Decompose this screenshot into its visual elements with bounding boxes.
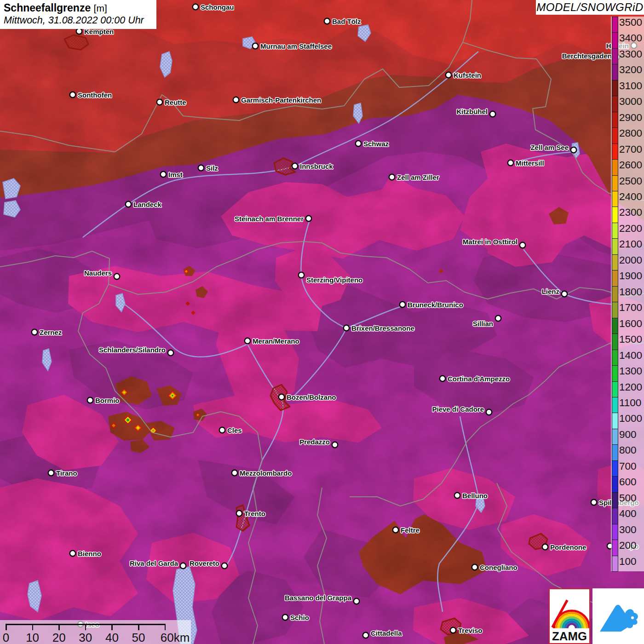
colorbar-swatch [612,112,618,128]
city-label: Berchtesgaden [562,52,612,60]
zamg-logo: ZAMG [549,588,590,644]
colorbar-swatch [612,17,618,33]
city-label: Cles [227,426,242,434]
city-marker: Meran/Merano [245,337,299,345]
city-dot [292,163,298,169]
city-label: Bienno [78,550,101,558]
city-dot [70,551,75,556]
city-dot [520,242,525,248]
colorbar-tick-label: 2100 [619,239,642,250]
city-label: Innsbruck [300,162,333,170]
city-marker: Brixen/Bressanone [344,324,414,332]
city-label: Trento [244,510,265,518]
colorbar-swatch [612,127,618,144]
model-label-panel: MODEL/SNOWGRiD [536,0,644,15]
city-marker: Reutte [157,98,186,106]
colorbar-swatch [612,80,618,96]
city-marker: Silz [198,164,218,172]
colorbar-tick-label: 1600 [619,319,642,329]
city-label: Imst [168,171,183,178]
colorbar-tick-label: 2800 [619,128,642,139]
colorbar-swatch [612,159,618,175]
city-marker: Bozen/Bolzano [279,393,336,401]
colorbar-swatch [612,238,618,254]
city-dot [126,201,131,207]
city-dot [157,99,162,105]
city-marker: Cortina d'Ampezzo [440,375,510,383]
city-dot [363,632,368,638]
city-label: Feltre [401,526,420,534]
colorbar-tick-label: 3500 [619,17,642,28]
city-dot [76,29,82,34]
city-dot [279,394,284,400]
city-marker: Bienno [70,550,101,558]
city-dot [32,329,37,335]
city-label: Zell am See [530,144,569,151]
colorbar-swatch [612,460,618,477]
city-label: Reutte [165,98,186,106]
city-label: Sterzing/Vipiteno [306,276,362,284]
scalebar-tick [6,624,7,630]
city-dot [446,72,451,78]
colorbar-tick-label: 2200 [619,224,642,234]
city-dot [400,302,405,307]
colorbar-tick-label: 3400 [619,33,642,44]
colorbar-tick-label: 900 [619,430,637,440]
city-label: Brixen/Bressanone [351,324,414,332]
city-dot [354,598,359,604]
city-dot [306,216,311,221]
city-dot [591,500,597,505]
colorbar-swatch [612,175,618,191]
city-dot [222,563,227,569]
city-label: Mittersill [516,159,544,167]
city-label: Cortina d'Ampezzo [448,375,510,383]
scalebar-tick [138,624,139,630]
colorbar-tick-label: 2500 [619,176,642,187]
city-marker: Bruneck/Brunico [400,301,463,309]
colorbar-swatch [612,144,618,160]
city-dot [344,325,349,331]
colorbar-swatch [612,556,618,572]
colorbar-tick-label: 1900 [619,271,642,282]
colorbar-swatch [612,492,618,508]
colorbar-swatch [612,32,618,48]
city-dot [332,442,338,448]
city-dot [472,564,477,570]
city-dot [440,376,445,381]
city-dot [48,470,54,476]
city-marker: Trento [236,510,265,518]
scalebar-label: 60km [155,631,196,644]
city-marker: Cles [219,426,242,434]
colorbar-swatch [612,540,618,556]
city-marker: Garmisch-Partenkirchen [233,96,321,104]
city-label: Steinach am Brenner [235,215,304,223]
colorbar-tick-label: 500 [619,493,637,504]
colorbar-swatch [612,350,618,366]
city-label: Mezzolombardo [240,469,292,477]
weather-map-screen: SchongauBad TölzKemptenMurnau am Staffel… [0,0,644,644]
colorbar-tick-label: 100 [619,557,637,567]
colorbar-swatch [612,334,618,350]
city-dot [168,350,173,356]
city-label: Landeck [133,201,162,208]
colorbar-tick-label: 600 [619,477,637,488]
colorbar-swatch [612,223,618,239]
city-dot [114,274,120,279]
colorbar-tick-label: 3300 [619,49,642,60]
city-label: Kitzbühel [457,108,488,115]
page-title: Schneefallgrenze [m] [4,2,153,14]
city-dot [356,141,361,146]
title-unit: [m] [94,3,107,13]
city-label: Bad Tölz [332,17,361,25]
city-marker: Bormio [87,397,120,404]
colorbar-tick-label: 2700 [619,144,642,155]
colorbar-tick-label: 1400 [619,351,642,361]
city-dot [180,563,186,569]
scalebar-tick [58,624,60,630]
colorbar-legend: 3500340033003200310030002900280027002600… [611,17,644,571]
city-label: Bruneck/Brunico [408,301,463,309]
colorbar-tick-label: 400 [619,509,637,519]
city-label: Matrei in Osttirol [463,238,518,246]
colorbar-swatch [612,191,618,207]
colorbar-tick-label: 1000 [619,414,642,424]
